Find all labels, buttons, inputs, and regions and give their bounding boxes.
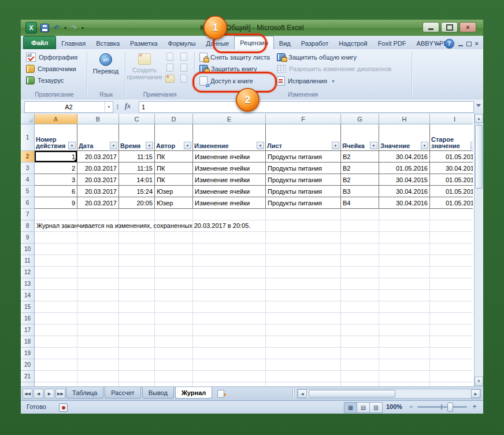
cell-E21[interactable]: [193, 371, 266, 382]
tab-split-handle[interactable]: [292, 389, 295, 398]
cell-C17[interactable]: [119, 325, 155, 336]
spelling-button[interactable]: Орфография: [24, 52, 79, 62]
cell-C11[interactable]: [119, 255, 155, 267]
cell-F2[interactable]: Продукты питания: [266, 151, 341, 163]
cell-I9[interactable]: [430, 232, 473, 244]
cell-I12[interactable]: [430, 267, 473, 278]
cell-I21[interactable]: [430, 371, 473, 382]
filter-dropdown-icon-H[interactable]: [421, 142, 428, 149]
cell-H9[interactable]: [379, 232, 430, 244]
cell-I11[interactable]: [430, 255, 473, 267]
cell-A5[interactable]: 6: [35, 186, 77, 197]
cell-D3[interactable]: ПК: [155, 163, 193, 174]
cell-B2[interactable]: 20.03.2017: [77, 151, 119, 163]
cell-A2[interactable]: 1: [35, 151, 77, 163]
cell-D18[interactable]: [155, 336, 193, 348]
row-header-15[interactable]: 15: [21, 301, 35, 313]
close-button[interactable]: ×: [459, 22, 476, 32]
cell-G20[interactable]: [341, 359, 379, 371]
cell-D15[interactable]: [155, 301, 193, 313]
column-header-H[interactable]: H: [379, 114, 430, 124]
unprotect-sheet-button[interactable]: Снять защиту листа: [198, 52, 272, 62]
cell-I3[interactable]: 30.04.2016: [430, 163, 473, 174]
cell-B12[interactable]: [77, 267, 119, 278]
cell-C21[interactable]: [119, 371, 155, 382]
cell-I4[interactable]: 01.05.2016: [430, 174, 473, 186]
filter-dropdown-icon-I[interactable]: [470, 142, 473, 149]
cell-I15[interactable]: [430, 301, 473, 313]
cell-C16[interactable]: [119, 313, 155, 325]
tab-addins[interactable]: Надстрой: [333, 37, 372, 49]
cell-D5[interactable]: Юзер: [155, 186, 193, 197]
cell-D4[interactable]: ПК: [155, 174, 193, 186]
cell-E15[interactable]: [193, 301, 266, 313]
cell-E5[interactable]: Изменение ячейки: [193, 186, 266, 197]
row-header-14[interactable]: 14: [21, 290, 35, 301]
minimize-button[interactable]: [423, 22, 439, 32]
cell-F8[interactable]: [266, 220, 341, 232]
cell-D13[interactable]: [155, 278, 193, 290]
vertical-scroll-thumb[interactable]: [475, 125, 483, 189]
cell-I5[interactable]: 01.05.2016: [430, 186, 473, 197]
cell-I13[interactable]: [430, 278, 473, 290]
cell-D11[interactable]: [155, 255, 193, 267]
cell-H14[interactable]: [379, 290, 430, 301]
cell-D7[interactable]: [155, 209, 193, 220]
cell-E16[interactable]: [193, 313, 266, 325]
protect-shared-workbook-button[interactable]: Защитить общую книгу: [275, 52, 358, 62]
cell-H18[interactable]: [379, 336, 430, 348]
row-header-16[interactable]: 16: [21, 313, 35, 325]
cell-G15[interactable]: [341, 301, 379, 313]
help-icon[interactable]: ?: [444, 39, 454, 49]
cell-H16[interactable]: [379, 313, 430, 325]
sheet-tab-rasschet[interactable]: Рассчет: [105, 387, 141, 399]
column-header-B[interactable]: B: [77, 114, 119, 124]
previous-comment-button[interactable]: [177, 51, 190, 61]
row-header-10[interactable]: 10: [21, 244, 35, 255]
column-header-G[interactable]: G: [341, 114, 379, 124]
cell-I16[interactable]: [430, 313, 473, 325]
cell-G11[interactable]: [341, 255, 379, 267]
cell-G12[interactable]: [341, 267, 379, 278]
row-header-2[interactable]: 2: [21, 151, 35, 163]
cell-A15[interactable]: [35, 301, 77, 313]
zoom-out-button[interactable]: −: [407, 403, 415, 411]
filter-dropdown-icon-E[interactable]: [257, 142, 264, 149]
tab-page-layout[interactable]: Разметка: [125, 37, 163, 49]
collapse-ribbon-icon[interactable]: [436, 42, 440, 45]
cell-B14[interactable]: [77, 290, 119, 301]
cell-E3[interactable]: Изменение ячейки: [193, 163, 266, 174]
cell-E11[interactable]: [193, 255, 266, 267]
row-header-13[interactable]: 13: [21, 278, 35, 290]
cell-B22[interactable]: [77, 382, 119, 386]
cell-E7[interactable]: [193, 209, 266, 220]
filter-dropdown-icon-D[interactable]: [184, 142, 191, 149]
cell-F3[interactable]: Продукты питания: [266, 163, 341, 174]
tab-view[interactable]: Вид: [274, 37, 296, 49]
cell-H20[interactable]: [379, 359, 430, 371]
row-header-19[interactable]: 19: [21, 348, 35, 359]
cell-G18[interactable]: [341, 336, 379, 348]
formula-bar-handle[interactable]: [117, 104, 118, 109]
horizontal-scroll-thumb[interactable]: [309, 390, 395, 397]
cell-G1[interactable]: Ячейка: [341, 124, 379, 151]
previous-sheet-button[interactable]: ◀: [34, 389, 43, 399]
delete-comment-button[interactable]: [164, 51, 176, 61]
cell-G2[interactable]: B2: [341, 151, 379, 163]
allow-edit-ranges-button[interactable]: Разрешить изменение диапазонов: [275, 64, 393, 74]
cell-C4[interactable]: 14:01: [119, 174, 155, 186]
cell-H8[interactable]: [379, 220, 430, 232]
tab-foxit-pdf[interactable]: Foxit PDF: [373, 37, 412, 49]
cell-B21[interactable]: [77, 371, 119, 382]
cell-A9[interactable]: [35, 232, 77, 244]
cell-F4[interactable]: Продукты питания: [266, 174, 341, 186]
column-header-F[interactable]: F: [266, 114, 341, 124]
cell-H13[interactable]: [379, 278, 430, 290]
cell-F10[interactable]: [266, 244, 341, 255]
cell-G8[interactable]: [341, 220, 379, 232]
cell-C14[interactable]: [119, 290, 155, 301]
cell-C7[interactable]: [119, 209, 155, 220]
cell-H7[interactable]: [379, 209, 430, 220]
cell-C1[interactable]: Время: [119, 124, 155, 151]
cell-F7[interactable]: [266, 209, 341, 220]
